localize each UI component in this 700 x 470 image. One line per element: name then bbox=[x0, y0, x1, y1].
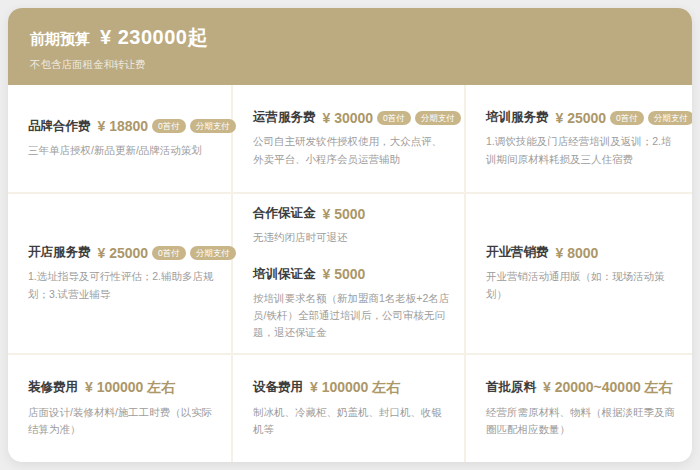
zero-downpayment-badge: 0首付 bbox=[610, 111, 644, 125]
fee-desc: 按培训要求名额（新加盟商1名老板+2名店员/铁杆）全部通过培训后，公司审核无问题… bbox=[253, 290, 456, 342]
fee-desc: 1.选址指导及可行性评估；2.辅助多店规划；3.试营业辅导 bbox=[28, 268, 223, 303]
zero-downpayment-badge: 0首付 bbox=[152, 246, 186, 260]
installment-badge: 分期支付 bbox=[190, 246, 236, 260]
fee-price: ¥ 30000 bbox=[323, 110, 374, 126]
installment-badge: 分期支付 bbox=[190, 119, 236, 133]
card-opening-marketing-fee: 开业营销费 ¥ 8000 开业营销活动通用版（如：现场活动策划） bbox=[466, 192, 692, 353]
fee-desc: 三年单店授权/新品更新/品牌活动策划 bbox=[28, 142, 223, 159]
card-decoration-fee: 装修费用 ¥ 100000 左右 店面设计/装修材料/施工工时费（以实际结算为准… bbox=[8, 353, 233, 462]
card-raw-materials-fee: 首批原料 ¥ 20000~40000 左右 经营所需原材料、物料（根据淡旺季及商… bbox=[466, 353, 692, 462]
fee-price: ¥ 20000~40000 左右 bbox=[543, 379, 673, 397]
fee-item: 开店服务费 ¥ 25000 0首付 分期支付 1.选址指导及可行性评估；2.辅助… bbox=[28, 244, 223, 303]
card-brand-fee: 品牌合作费 ¥ 18800 0首付 分期支付 三年单店授权/新品更新/品牌活动策… bbox=[8, 85, 233, 192]
fee-title: 开店服务费 bbox=[28, 244, 91, 261]
budget-header: 前期预算 ¥ 230000起 不包含店面租金和转让费 bbox=[8, 8, 692, 85]
fee-title-line: 开店服务费 ¥ 25000 0首付 分期支付 bbox=[28, 244, 223, 261]
fee-title-line: 开业营销费 ¥ 8000 bbox=[486, 244, 684, 261]
fee-price: ¥ 18800 bbox=[98, 118, 149, 134]
card-training-fee: 培训服务费 ¥ 25000 0首付 分期支付 1.调饮技能及门店经营培训及返训；… bbox=[466, 85, 692, 192]
fee-title-line: 培训服务费 ¥ 25000 0首付 分期支付 bbox=[486, 109, 684, 126]
installment-badge: 分期支付 bbox=[648, 111, 692, 125]
card-store-opening-fee: 开店服务费 ¥ 25000 0首付 分期支付 1.选址指导及可行性评估；2.辅助… bbox=[8, 192, 233, 353]
fee-item: 首批原料 ¥ 20000~40000 左右 经营所需原材料、物料（根据淡旺季及商… bbox=[486, 379, 684, 439]
fee-desc: 经营所需原材料、物料（根据淡旺季及商圈匹配相应数量） bbox=[486, 404, 684, 439]
fee-grid: 品牌合作费 ¥ 18800 0首付 分期支付 三年单店授权/新品更新/品牌活动策… bbox=[8, 85, 692, 462]
fee-title: 装修费用 bbox=[28, 379, 78, 396]
fee-item: 开业营销费 ¥ 8000 开业营销活动通用版（如：现场活动策划） bbox=[486, 244, 684, 303]
fee-desc: 无违约闭店时可退还 bbox=[253, 229, 456, 246]
budget-label: 前期预算 bbox=[30, 30, 90, 49]
fee-item: 运营服务费 ¥ 30000 0首付 分期支付 公司自主研发软件授权使用，大众点评… bbox=[253, 109, 456, 168]
card-deposits: 合作保证金 ¥ 5000 无违约闭店时可退还 培训保证金 ¥ 5000 按培训要… bbox=[233, 192, 466, 353]
fee-title-line: 合作保证金 ¥ 5000 bbox=[253, 205, 456, 222]
budget-header-line: 前期预算 ¥ 230000起 bbox=[30, 24, 692, 51]
fee-desc: 开业营销活动通用版（如：现场活动策划） bbox=[486, 268, 684, 303]
fee-price: ¥ 5000 bbox=[323, 206, 366, 222]
fee-desc: 制冰机、冷藏柜、奶盖机、封口机、收银机等 bbox=[253, 404, 456, 439]
fee-title-line: 运营服务费 ¥ 30000 0首付 分期支付 bbox=[253, 109, 456, 126]
fee-item-training-deposit: 培训保证金 ¥ 5000 按培训要求名额（新加盟商1名老板+2名店员/铁杆）全部… bbox=[253, 266, 456, 342]
budget-panel: 前期预算 ¥ 230000起 不包含店面租金和转让费 品牌合作费 ¥ 18800… bbox=[8, 8, 692, 462]
fee-title: 开业营销费 bbox=[486, 244, 549, 261]
fee-desc: 店面设计/装修材料/施工工时费（以实际结算为准） bbox=[28, 404, 223, 439]
fee-item: 装修费用 ¥ 100000 左右 店面设计/装修材料/施工工时费（以实际结算为准… bbox=[28, 379, 223, 439]
fee-title: 首批原料 bbox=[486, 379, 536, 396]
fee-price: ¥ 100000 左右 bbox=[310, 379, 400, 397]
fee-title: 培训保证金 bbox=[253, 266, 316, 283]
fee-item: 设备费用 ¥ 100000 左右 制冰机、冷藏柜、奶盖机、封口机、收银机等 bbox=[253, 379, 456, 439]
fee-title-line: 装修费用 ¥ 100000 左右 bbox=[28, 379, 223, 397]
card-equipment-fee: 设备费用 ¥ 100000 左右 制冰机、冷藏柜、奶盖机、封口机、收银机等 bbox=[233, 353, 466, 462]
fee-title-line: 首批原料 ¥ 20000~40000 左右 bbox=[486, 379, 684, 397]
zero-downpayment-badge: 0首付 bbox=[377, 111, 411, 125]
fee-price: ¥ 8000 bbox=[556, 245, 599, 261]
fee-item-cooperation-deposit: 合作保证金 ¥ 5000 无违约闭店时可退还 bbox=[253, 205, 456, 246]
budget-total-price: ¥ 230000起 bbox=[100, 24, 208, 51]
installment-badge: 分期支付 bbox=[415, 111, 461, 125]
fee-price: ¥ 100000 左右 bbox=[85, 379, 175, 397]
card-operation-fee: 运营服务费 ¥ 30000 0首付 分期支付 公司自主研发软件授权使用，大众点评… bbox=[233, 85, 466, 192]
fee-title-line: 设备费用 ¥ 100000 左右 bbox=[253, 379, 456, 397]
budget-note: 不包含店面租金和转让费 bbox=[30, 58, 692, 72]
fee-title: 设备费用 bbox=[253, 379, 303, 396]
fee-title: 品牌合作费 bbox=[28, 118, 91, 135]
fee-item: 品牌合作费 ¥ 18800 0首付 分期支付 三年单店授权/新品更新/品牌活动策… bbox=[28, 118, 223, 159]
fee-title: 运营服务费 bbox=[253, 109, 316, 126]
zero-downpayment-badge: 0首付 bbox=[152, 119, 186, 133]
fee-item: 培训服务费 ¥ 25000 0首付 分期支付 1.调饮技能及门店经营培训及返训；… bbox=[486, 109, 684, 168]
fee-title: 培训服务费 bbox=[486, 109, 549, 126]
fee-title-line: 品牌合作费 ¥ 18800 0首付 分期支付 bbox=[28, 118, 223, 135]
fee-price: ¥ 25000 bbox=[98, 245, 149, 261]
fee-price: ¥ 5000 bbox=[323, 266, 366, 282]
fee-price: ¥ 25000 bbox=[556, 110, 607, 126]
fee-desc: 公司自主研发软件授权使用，大众点评、外卖平台、小程序会员运营辅助 bbox=[253, 133, 456, 168]
fee-desc: 1.调饮技能及门店经营培训及返训；2.培训期间原材料耗损及三人住宿费 bbox=[486, 133, 684, 168]
fee-title: 合作保证金 bbox=[253, 205, 316, 222]
fee-title-line: 培训保证金 ¥ 5000 bbox=[253, 266, 456, 283]
